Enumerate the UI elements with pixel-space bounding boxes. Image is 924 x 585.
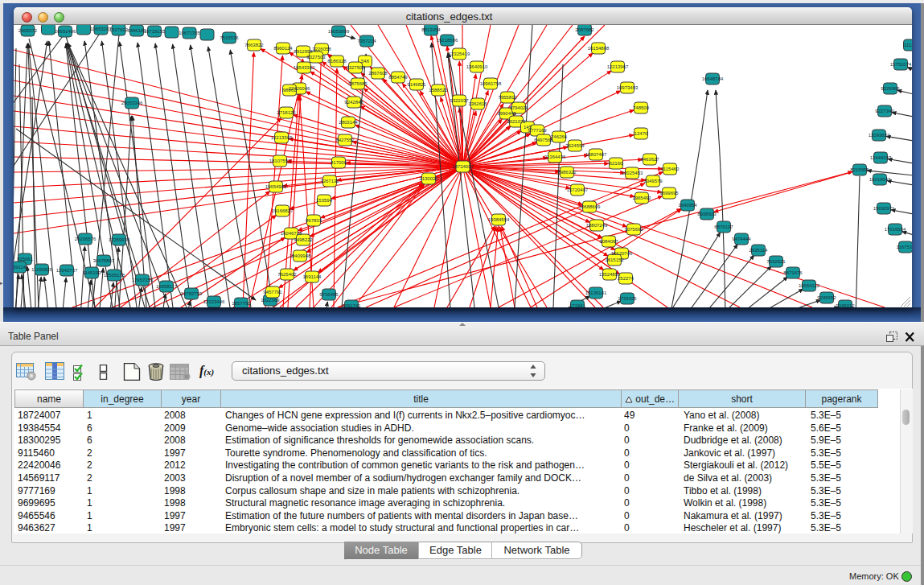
svg-text:19166827: 19166827 bbox=[272, 208, 294, 213]
svg-text:10958117: 10958117 bbox=[156, 284, 178, 289]
svg-text:12444153: 12444153 bbox=[870, 155, 892, 160]
svg-text:9115460: 9115460 bbox=[661, 167, 680, 171]
svg-text:10654112: 10654112 bbox=[799, 283, 820, 288]
svg-text:3498222: 3498222 bbox=[294, 237, 313, 242]
svg-text:1145193: 1145193 bbox=[83, 270, 102, 275]
svg-text:8186328: 8186328 bbox=[327, 59, 347, 64]
svg-text:1091741: 1091741 bbox=[342, 303, 361, 307]
svg-text:1621072: 1621072 bbox=[507, 119, 526, 124]
svg-text:10025453: 10025453 bbox=[622, 171, 643, 175]
svg-text:8938923: 8938923 bbox=[697, 212, 717, 216]
svg-text:867833: 867833 bbox=[306, 218, 322, 223]
svg-text:9227349: 9227349 bbox=[875, 109, 894, 113]
svg-text:2935114: 2935114 bbox=[749, 248, 769, 253]
svg-text:8463627: 8463627 bbox=[640, 157, 659, 162]
svg-text:1615152: 1615152 bbox=[605, 257, 624, 262]
svg-text:20691406: 20691406 bbox=[55, 29, 76, 34]
svg-text:2867608: 2867608 bbox=[368, 71, 388, 76]
svg-text:21364436: 21364436 bbox=[544, 154, 566, 159]
svg-text:12942737: 12942737 bbox=[56, 268, 78, 273]
svg-text:17359934: 17359934 bbox=[109, 237, 130, 242]
svg-text:12323446: 12323446 bbox=[203, 299, 225, 304]
svg-text:9084067: 9084067 bbox=[599, 239, 618, 244]
svg-text:1167533: 1167533 bbox=[897, 245, 912, 249]
svg-text:8912954: 8912954 bbox=[294, 49, 313, 54]
svg-text:9777169: 9777169 bbox=[528, 128, 547, 133]
svg-text:9329966: 9329966 bbox=[881, 86, 900, 91]
svg-text:2803144: 2803144 bbox=[339, 120, 358, 125]
svg-text:7632621: 7632621 bbox=[766, 259, 786, 264]
svg-text:935061: 935061 bbox=[17, 257, 34, 262]
svg-text:16210643: 16210643 bbox=[869, 177, 891, 182]
svg-text:11120: 11120 bbox=[904, 43, 912, 47]
svg-text:8813054: 8813054 bbox=[421, 27, 441, 32]
svg-text:3267130: 3267130 bbox=[320, 179, 339, 183]
svg-text:12505135: 12505135 bbox=[104, 273, 125, 278]
svg-text:9146821: 9146821 bbox=[407, 82, 426, 87]
svg-text:546: 546 bbox=[361, 59, 370, 64]
svg-text:2130020: 2130020 bbox=[419, 176, 438, 181]
svg-text:1691144: 1691144 bbox=[303, 274, 322, 279]
svg-text:748500: 748500 bbox=[633, 105, 650, 110]
svg-text:7625402: 7625402 bbox=[277, 272, 297, 277]
svg-text:7986322: 7986322 bbox=[557, 170, 577, 175]
svg-text:1075692: 1075692 bbox=[624, 227, 643, 232]
svg-text:7515536: 7515536 bbox=[220, 35, 239, 40]
svg-text:10120746: 10120746 bbox=[611, 251, 633, 256]
svg-text:12213369: 12213369 bbox=[271, 135, 293, 140]
svg-text:9474444: 9474444 bbox=[732, 237, 751, 241]
svg-text:6794024: 6794024 bbox=[509, 105, 528, 110]
svg-text:1640954: 1640954 bbox=[678, 203, 697, 208]
svg-text:10688609: 10688609 bbox=[579, 204, 601, 209]
svg-text:19384554: 19384554 bbox=[488, 217, 510, 222]
svg-text:1588520: 1588520 bbox=[429, 88, 448, 93]
svg-text:30975867: 30975867 bbox=[93, 258, 115, 263]
svg-text:1362615: 1362615 bbox=[468, 101, 487, 106]
svg-text:6879197: 6879197 bbox=[714, 225, 733, 229]
svg-text:18807249: 18807249 bbox=[586, 223, 608, 228]
svg-text:7357224: 7357224 bbox=[357, 39, 376, 43]
svg-text:2718126: 2718126 bbox=[277, 110, 296, 115]
svg-text:252274: 252274 bbox=[618, 276, 634, 281]
svg-text:9245652: 9245652 bbox=[817, 295, 836, 300]
svg-text:15720407: 15720407 bbox=[567, 187, 589, 192]
svg-text:10053809: 10053809 bbox=[328, 29, 350, 34]
svg-text:10807487: 10807487 bbox=[585, 152, 607, 157]
svg-text:1733426: 1733426 bbox=[618, 296, 637, 301]
svg-text:6990448: 6990448 bbox=[497, 111, 516, 116]
svg-text:16046718: 16046718 bbox=[281, 231, 302, 236]
svg-text:3624554: 3624554 bbox=[565, 143, 585, 148]
svg-text:8471676: 8471676 bbox=[783, 270, 803, 275]
svg-text:1857791: 1857791 bbox=[232, 301, 251, 306]
svg-text:1965492: 1965492 bbox=[632, 196, 651, 200]
svg-text:10961758: 10961758 bbox=[480, 81, 502, 86]
svg-text:5716485: 5716485 bbox=[319, 292, 339, 297]
svg-text:10719155: 10719155 bbox=[144, 29, 166, 34]
svg-text:29053346: 29053346 bbox=[121, 101, 143, 105]
svg-text:17957253: 17957253 bbox=[132, 278, 154, 282]
svg-text:9242848: 9242848 bbox=[344, 100, 363, 105]
svg-text:18409948: 18409948 bbox=[290, 253, 311, 258]
svg-text:17016504: 17016504 bbox=[885, 227, 906, 232]
svg-text:16154808: 16154808 bbox=[588, 46, 610, 51]
svg-text:5322037: 5322037 bbox=[450, 98, 469, 103]
svg-text:7955812: 7955812 bbox=[498, 95, 517, 100]
svg-text:16543362: 16543362 bbox=[294, 65, 315, 70]
svg-text:153594: 153594 bbox=[316, 198, 333, 203]
svg-text:98961: 98961 bbox=[283, 88, 297, 93]
svg-text:15751074: 15751074 bbox=[890, 62, 912, 67]
svg-text:12213967: 12213967 bbox=[607, 64, 629, 69]
svg-text:15136141: 15136141 bbox=[585, 290, 607, 295]
svg-text:1022369: 1022369 bbox=[261, 298, 280, 303]
svg-text:2405572: 2405572 bbox=[18, 28, 38, 33]
svg-text:16782759: 16782759 bbox=[181, 291, 203, 296]
svg-text:8215955: 8215955 bbox=[850, 167, 869, 172]
svg-text:8427552: 8427552 bbox=[335, 138, 355, 142]
svg-text:39114: 39114 bbox=[14, 265, 27, 270]
svg-text:62160: 62160 bbox=[610, 161, 623, 166]
svg-text:1527602: 1527602 bbox=[109, 27, 129, 32]
svg-text:9699695: 9699695 bbox=[659, 191, 679, 196]
svg-text:19654985: 19654985 bbox=[265, 184, 287, 189]
svg-text:11156829: 11156829 bbox=[31, 267, 52, 272]
svg-text:1349579: 1349579 bbox=[643, 179, 663, 183]
